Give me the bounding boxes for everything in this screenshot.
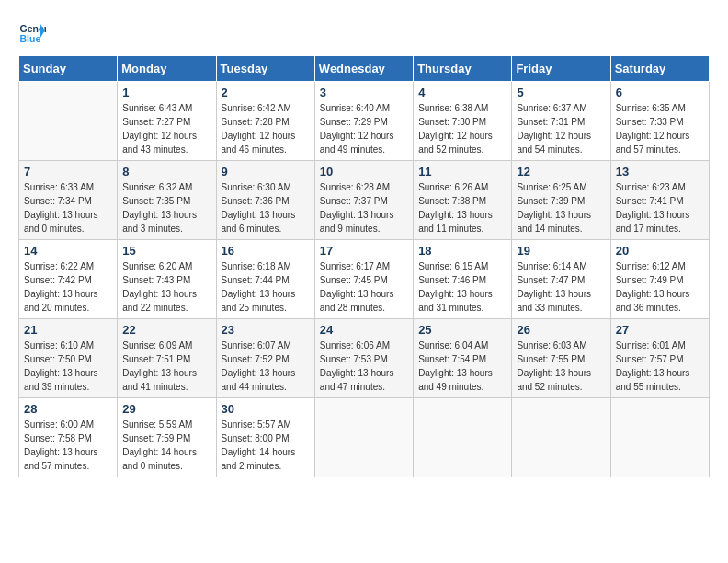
day-info: Sunrise: 6:23 AMSunset: 7:41 PMDaylight:…	[616, 180, 704, 236]
calendar-day-cell	[610, 398, 709, 477]
day-number: 24	[320, 323, 408, 337]
day-info: Sunrise: 6:43 AMSunset: 7:27 PMDaylight:…	[122, 101, 210, 156]
day-info: Sunrise: 6:26 AMSunset: 7:38 PMDaylight:…	[418, 180, 506, 236]
calendar-day-cell: 4Sunrise: 6:38 AMSunset: 7:30 PMDaylight…	[414, 82, 512, 161]
calendar-day-cell	[512, 398, 610, 477]
day-number: 14	[24, 244, 112, 258]
calendar-day-header: Wednesday	[314, 56, 413, 82]
day-number: 5	[517, 86, 605, 99]
day-info: Sunrise: 6:03 AMSunset: 7:55 PMDaylight:…	[517, 339, 605, 394]
logo: General Blue	[18, 18, 46, 46]
calendar-day-header: Sunday	[19, 56, 118, 82]
day-info: Sunrise: 6:42 AMSunset: 7:28 PMDaylight:…	[222, 101, 310, 156]
page-header: General Blue	[18, 18, 710, 46]
calendar-day-header: Friday	[512, 56, 610, 82]
day-number: 15	[122, 244, 210, 258]
calendar-day-cell: 26Sunrise: 6:03 AMSunset: 7:55 PMDayligh…	[512, 319, 610, 398]
day-number: 18	[418, 244, 506, 258]
calendar-week-row: 28Sunrise: 6:00 AMSunset: 7:58 PMDayligh…	[19, 398, 710, 477]
day-number: 11	[418, 165, 506, 178]
calendar-day-cell	[314, 398, 413, 477]
day-number: 17	[320, 244, 408, 258]
day-number: 23	[222, 323, 310, 337]
day-info: Sunrise: 6:01 AMSunset: 7:57 PMDaylight:…	[616, 339, 704, 394]
calendar-day-cell: 11Sunrise: 6:26 AMSunset: 7:38 PMDayligh…	[414, 161, 512, 240]
day-number: 22	[122, 323, 210, 337]
calendar-day-header: Tuesday	[216, 56, 314, 82]
day-info: Sunrise: 6:38 AMSunset: 7:30 PMDaylight:…	[418, 101, 506, 156]
day-info: Sunrise: 6:28 AMSunset: 7:37 PMDaylight:…	[320, 180, 408, 236]
calendar-day-cell: 17Sunrise: 6:17 AMSunset: 7:45 PMDayligh…	[314, 240, 413, 319]
calendar-day-cell: 2Sunrise: 6:42 AMSunset: 7:28 PMDaylight…	[216, 82, 314, 161]
day-info: Sunrise: 6:00 AMSunset: 7:58 PMDaylight:…	[24, 418, 112, 473]
calendar-day-cell: 13Sunrise: 6:23 AMSunset: 7:41 PMDayligh…	[610, 161, 709, 240]
day-info: Sunrise: 6:12 AMSunset: 7:49 PMDaylight:…	[616, 259, 704, 315]
day-number: 6	[616, 86, 704, 99]
day-number: 25	[418, 323, 506, 337]
day-info: Sunrise: 5:57 AMSunset: 8:00 PMDaylight:…	[222, 418, 310, 473]
calendar-day-cell: 9Sunrise: 6:30 AMSunset: 7:36 PMDaylight…	[216, 161, 314, 240]
calendar-day-cell	[19, 82, 118, 161]
calendar-day-cell: 28Sunrise: 6:00 AMSunset: 7:58 PMDayligh…	[19, 398, 118, 477]
calendar-day-cell: 12Sunrise: 6:25 AMSunset: 7:39 PMDayligh…	[512, 161, 610, 240]
calendar-day-cell: 19Sunrise: 6:14 AMSunset: 7:47 PMDayligh…	[512, 240, 610, 319]
calendar-day-cell: 21Sunrise: 6:10 AMSunset: 7:50 PMDayligh…	[19, 319, 118, 398]
day-number: 20	[616, 244, 704, 258]
day-info: Sunrise: 6:04 AMSunset: 7:54 PMDaylight:…	[418, 339, 506, 394]
day-number: 10	[320, 165, 408, 178]
calendar-body: 1Sunrise: 6:43 AMSunset: 7:27 PMDaylight…	[19, 82, 710, 477]
calendar-day-cell: 1Sunrise: 6:43 AMSunset: 7:27 PMDaylight…	[118, 82, 216, 161]
day-info: Sunrise: 6:20 AMSunset: 7:43 PMDaylight:…	[122, 259, 210, 315]
calendar-day-cell: 25Sunrise: 6:04 AMSunset: 7:54 PMDayligh…	[414, 319, 512, 398]
day-info: Sunrise: 6:07 AMSunset: 7:52 PMDaylight:…	[222, 339, 310, 394]
calendar-day-cell: 20Sunrise: 6:12 AMSunset: 7:49 PMDayligh…	[610, 240, 709, 319]
day-info: Sunrise: 6:09 AMSunset: 7:51 PMDaylight:…	[122, 339, 210, 394]
day-number: 30	[222, 402, 310, 416]
day-info: Sunrise: 5:59 AMSunset: 7:59 PMDaylight:…	[122, 418, 210, 473]
day-number: 16	[222, 244, 310, 258]
day-number: 29	[122, 402, 210, 416]
calendar-week-row: 7Sunrise: 6:33 AMSunset: 7:34 PMDaylight…	[19, 161, 710, 240]
day-info: Sunrise: 6:06 AMSunset: 7:53 PMDaylight:…	[320, 339, 408, 394]
calendar-day-cell: 14Sunrise: 6:22 AMSunset: 7:42 PMDayligh…	[19, 240, 118, 319]
day-info: Sunrise: 6:25 AMSunset: 7:39 PMDaylight:…	[517, 180, 605, 236]
day-number: 12	[517, 165, 605, 178]
calendar-day-cell: 7Sunrise: 6:33 AMSunset: 7:34 PMDaylight…	[19, 161, 118, 240]
calendar-day-cell: 3Sunrise: 6:40 AMSunset: 7:29 PMDaylight…	[314, 82, 413, 161]
calendar-day-cell: 15Sunrise: 6:20 AMSunset: 7:43 PMDayligh…	[118, 240, 216, 319]
day-number: 19	[517, 244, 605, 258]
day-number: 7	[24, 165, 112, 178]
day-number: 28	[24, 402, 112, 416]
calendar-week-row: 1Sunrise: 6:43 AMSunset: 7:27 PMDaylight…	[19, 82, 710, 161]
day-info: Sunrise: 6:10 AMSunset: 7:50 PMDaylight:…	[24, 339, 112, 394]
calendar-day-cell: 30Sunrise: 5:57 AMSunset: 8:00 PMDayligh…	[216, 398, 314, 477]
calendar-day-cell: 23Sunrise: 6:07 AMSunset: 7:52 PMDayligh…	[216, 319, 314, 398]
day-number: 8	[122, 165, 210, 178]
day-number: 26	[517, 323, 605, 337]
day-info: Sunrise: 6:37 AMSunset: 7:31 PMDaylight:…	[517, 101, 605, 156]
calendar-day-cell	[414, 398, 512, 477]
day-number: 2	[222, 86, 310, 99]
day-info: Sunrise: 6:14 AMSunset: 7:47 PMDaylight:…	[517, 259, 605, 315]
calendar-day-cell: 5Sunrise: 6:37 AMSunset: 7:31 PMDaylight…	[512, 82, 610, 161]
day-info: Sunrise: 6:15 AMSunset: 7:46 PMDaylight:…	[418, 259, 506, 315]
calendar-day-header: Thursday	[414, 56, 512, 82]
calendar-day-cell: 18Sunrise: 6:15 AMSunset: 7:46 PMDayligh…	[414, 240, 512, 319]
calendar-table: SundayMondayTuesdayWednesdayThursdayFrid…	[18, 55, 710, 477]
calendar-day-cell: 22Sunrise: 6:09 AMSunset: 7:51 PMDayligh…	[118, 319, 216, 398]
calendar-day-cell: 10Sunrise: 6:28 AMSunset: 7:37 PMDayligh…	[314, 161, 413, 240]
day-number: 9	[222, 165, 310, 178]
day-info: Sunrise: 6:30 AMSunset: 7:36 PMDaylight:…	[222, 180, 310, 236]
day-number: 3	[320, 86, 408, 99]
svg-text:Blue: Blue	[20, 33, 41, 44]
day-number: 21	[24, 323, 112, 337]
day-number: 13	[616, 165, 704, 178]
calendar-day-cell: 8Sunrise: 6:32 AMSunset: 7:35 PMDaylight…	[118, 161, 216, 240]
day-info: Sunrise: 6:33 AMSunset: 7:34 PMDaylight:…	[24, 180, 112, 236]
calendar-week-row: 21Sunrise: 6:10 AMSunset: 7:50 PMDayligh…	[19, 319, 710, 398]
calendar-day-cell: 24Sunrise: 6:06 AMSunset: 7:53 PMDayligh…	[314, 319, 413, 398]
calendar-week-row: 14Sunrise: 6:22 AMSunset: 7:42 PMDayligh…	[19, 240, 710, 319]
day-number: 4	[418, 86, 506, 99]
calendar-day-cell: 27Sunrise: 6:01 AMSunset: 7:57 PMDayligh…	[610, 319, 709, 398]
calendar-day-header: Saturday	[610, 56, 709, 82]
